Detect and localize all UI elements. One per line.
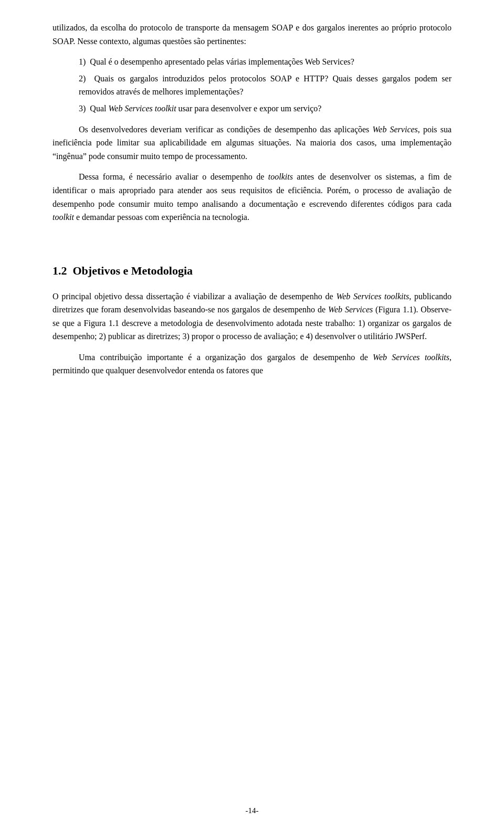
page-footer: -14- [0, 806, 504, 815]
page-number: -14- [246, 806, 259, 815]
list-item: 2) Quais os gargalos introduzidos pelos … [68, 72, 452, 99]
list-item: 1) Qual é o desempenho apresentado pelas… [68, 55, 452, 69]
questions-list: 1) Qual é o desempenho apresentado pelas… [68, 55, 452, 115]
section-title: Objetivos e Metodologia [73, 264, 193, 277]
list-item: 3) Qual Web Services toolkit usar para d… [68, 102, 452, 115]
section-heading-1-2: 1.2 Objetivos e Metodologia [52, 263, 452, 279]
paragraph-dessa-forma: Dessa forma, é necessário avaliar o dese… [52, 170, 452, 224]
paragraph-developers: Os desenvolvedores deveriam verificar as… [52, 123, 452, 163]
paragraph-principal-objetivo: O principal objetivo dessa dissertação é… [52, 290, 452, 343]
page: utilizados, da escolha do protocolo de t… [0, 0, 504, 831]
section-number: 1.2 [52, 264, 67, 277]
paragraph-uma-contribuicao: Uma contribuição importante é a organiza… [52, 351, 452, 377]
opening-paragraph: utilizados, da escolha do protocolo de t… [52, 21, 452, 48]
spacer [52, 232, 452, 242]
